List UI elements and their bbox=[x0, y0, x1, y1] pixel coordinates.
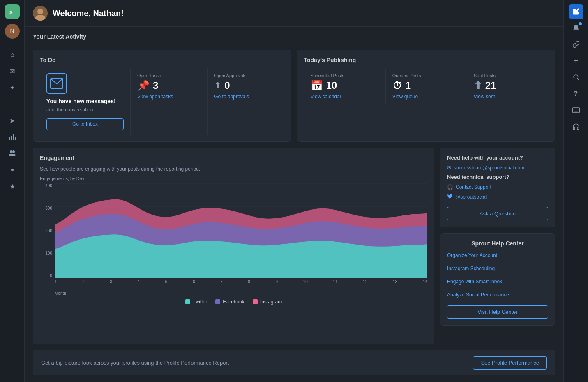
contact-support-link[interactable]: 🎧 Contact Support bbox=[447, 184, 548, 190]
bottom-bar-text: Get a big-picture look across your profi… bbox=[41, 360, 229, 366]
view-calendar-link[interactable]: View calendar bbox=[311, 94, 379, 100]
account-help-card: Need help with your account? ✉ successte… bbox=[440, 148, 555, 227]
header-avatar bbox=[33, 6, 48, 21]
pin-icon: 📌 bbox=[137, 80, 150, 91]
legend-twitter: Twitter bbox=[185, 299, 207, 305]
publishing-grid: Scheduled Posts 📅 10 View calendar Queue… bbox=[304, 68, 549, 104]
svg-point-5 bbox=[10, 150, 12, 153]
left-sidebar: s N ⌂ ✉ ✦ ☰ ➤ ★ bbox=[0, 0, 25, 382]
publishing-card: Today's Publishing Scheduled Posts 📅 10 … bbox=[297, 50, 556, 142]
header: Welcome, Nathan! bbox=[25, 0, 563, 27]
sprout-help-card: Sprout Help Center Organize Your Account… bbox=[440, 233, 555, 326]
sidebar-item-home[interactable]: ⌂ bbox=[5, 47, 20, 62]
sidebar-item-people[interactable] bbox=[5, 146, 20, 161]
open-tasks-label: Open Tasks bbox=[137, 73, 201, 78]
engagement-title: Engagement bbox=[40, 155, 427, 161]
sidebar-item-star[interactable]: ★ bbox=[5, 179, 20, 194]
sent-number: ⬆ 21 bbox=[474, 80, 542, 91]
engagement-row: Engagement See how people are engaging w… bbox=[33, 148, 555, 344]
calendar-icon: 📅 bbox=[311, 80, 323, 91]
approval-icon: ⬆ bbox=[214, 81, 221, 90]
headset-icon: 🎧 bbox=[447, 184, 453, 190]
analyze-social-link[interactable]: Analyze Social Performance bbox=[447, 292, 548, 298]
queue-icon: ⏱ bbox=[392, 80, 402, 91]
email-link[interactable]: ✉ successteam@sproutsocial.com bbox=[447, 165, 548, 171]
todo-grid: You have new messages! Join the conversa… bbox=[40, 68, 284, 135]
sidebar-item-analytics[interactable] bbox=[5, 130, 20, 144]
open-approvals-label: Open Approvals bbox=[214, 73, 277, 78]
right-sidebar: + ? bbox=[563, 0, 588, 382]
twitter-link[interactable]: @sproutsocial bbox=[447, 193, 548, 200]
svg-point-11 bbox=[37, 9, 43, 14]
sidebar-item-publishing[interactable]: ☰ bbox=[5, 97, 20, 111]
sidebar-divider bbox=[6, 44, 18, 44]
svg-point-6 bbox=[12, 150, 15, 153]
instagram-scheduling-link[interactable]: Instagram Scheduling bbox=[447, 266, 548, 271]
y-axis-labels: 400 300 200 100 0 bbox=[40, 183, 55, 278]
organize-account-link[interactable]: Organize Your Account bbox=[447, 252, 548, 258]
search-button[interactable] bbox=[569, 70, 583, 85]
svg-rect-4 bbox=[15, 137, 16, 140]
sent-label: Sent Posts bbox=[474, 73, 542, 78]
twitter-label: Twitter bbox=[193, 299, 207, 305]
goto-inbox-button[interactable]: Go to Inbox bbox=[46, 118, 124, 130]
messages-label: You have new messages! bbox=[46, 98, 124, 104]
twitter-dot bbox=[185, 299, 190, 304]
engage-smart-inbox-link[interactable]: Engage with Smart Inbox bbox=[447, 279, 548, 285]
account-help-title: Need help with your account? bbox=[447, 155, 548, 161]
queued-cell: Queued Posts ⏱ 1 View queue bbox=[385, 68, 467, 104]
svg-rect-2 bbox=[11, 136, 12, 140]
content-area: Your Latest Activity To Do You hav bbox=[25, 27, 563, 382]
link-button[interactable] bbox=[569, 37, 583, 52]
notifications-button[interactable] bbox=[569, 21, 583, 35]
notification-badge bbox=[579, 22, 582, 25]
support-title: Need technical support? bbox=[447, 174, 548, 180]
headset-button[interactable] bbox=[569, 119, 583, 134]
svg-text:s: s bbox=[9, 9, 12, 15]
messages-sub: Join the conversation. bbox=[46, 107, 124, 113]
go-to-approvals-link[interactable]: Go to approvals bbox=[214, 94, 277, 100]
view-queue-link[interactable]: View queue bbox=[392, 94, 460, 100]
engagement-chart: Engagements, by Day 400 300 200 100 0 bbox=[40, 176, 427, 337]
sidebar-item-automation[interactable] bbox=[5, 162, 20, 177]
svg-point-9 bbox=[11, 169, 14, 171]
open-tasks-cell: Open Tasks 📌 3 View open tasks bbox=[130, 68, 207, 135]
user-avatar[interactable]: N bbox=[5, 24, 20, 39]
scheduled-cell: Scheduled Posts 📅 10 View calendar bbox=[304, 68, 385, 104]
facebook-dot bbox=[215, 299, 220, 304]
sprout-logo[interactable]: s bbox=[5, 4, 20, 19]
email-icon: ✉ bbox=[447, 165, 451, 171]
legend-instagram: Instagram bbox=[253, 299, 282, 305]
see-profile-button[interactable]: See Profile Performance bbox=[473, 356, 547, 370]
main-content: Welcome, Nathan! Your Latest Activity To… bbox=[25, 0, 563, 382]
add-button[interactable]: + bbox=[569, 53, 583, 68]
instagram-dot bbox=[253, 299, 258, 304]
sidebar-item-send[interactable]: ➤ bbox=[5, 113, 20, 128]
header-title: Welcome, Nathan! bbox=[53, 9, 124, 18]
ask-question-button[interactable]: Ask a Question bbox=[447, 207, 548, 220]
visit-help-center-button[interactable]: Visit Help Center bbox=[447, 305, 548, 319]
help-center-links: Organize Your Account Instagram Scheduli… bbox=[447, 252, 548, 301]
chart-svg bbox=[55, 183, 427, 278]
legend-facebook: Facebook bbox=[215, 299, 244, 305]
keyboard-button[interactable] bbox=[569, 103, 583, 118]
sidebar-item-tasks[interactable]: ✦ bbox=[5, 80, 20, 95]
chart-area-container: 400 300 200 100 0 bbox=[40, 183, 427, 290]
engagement-subtitle: See how people are engaging with your po… bbox=[40, 166, 427, 172]
todo-title: To Do bbox=[40, 57, 284, 63]
view-open-tasks-link[interactable]: View open tasks bbox=[137, 94, 201, 100]
help-button[interactable]: ? bbox=[569, 86, 583, 101]
compose-button[interactable] bbox=[569, 4, 583, 19]
sent-cell: Sent Posts ⬆ 21 View sent bbox=[467, 68, 548, 104]
svg-point-8 bbox=[12, 154, 16, 156]
engagement-card: Engagement See how people are engaging w… bbox=[33, 148, 434, 344]
view-sent-link[interactable]: View sent bbox=[474, 94, 542, 100]
help-panel: Need help with your account? ✉ successte… bbox=[440, 148, 555, 344]
chart-legend: Twitter Facebook Instagram bbox=[40, 299, 427, 306]
sent-icon: ⬆ bbox=[474, 80, 482, 91]
svg-point-19 bbox=[574, 75, 578, 79]
open-approvals-number: ⬆ 0 bbox=[214, 80, 277, 91]
x-axis-labels: 1 2 3 4 5 6 7 8 9 10 11 12 13 bbox=[55, 278, 427, 290]
sidebar-item-inbox[interactable]: ✉ bbox=[5, 64, 20, 79]
x-axis-month-label: Month bbox=[55, 291, 427, 296]
